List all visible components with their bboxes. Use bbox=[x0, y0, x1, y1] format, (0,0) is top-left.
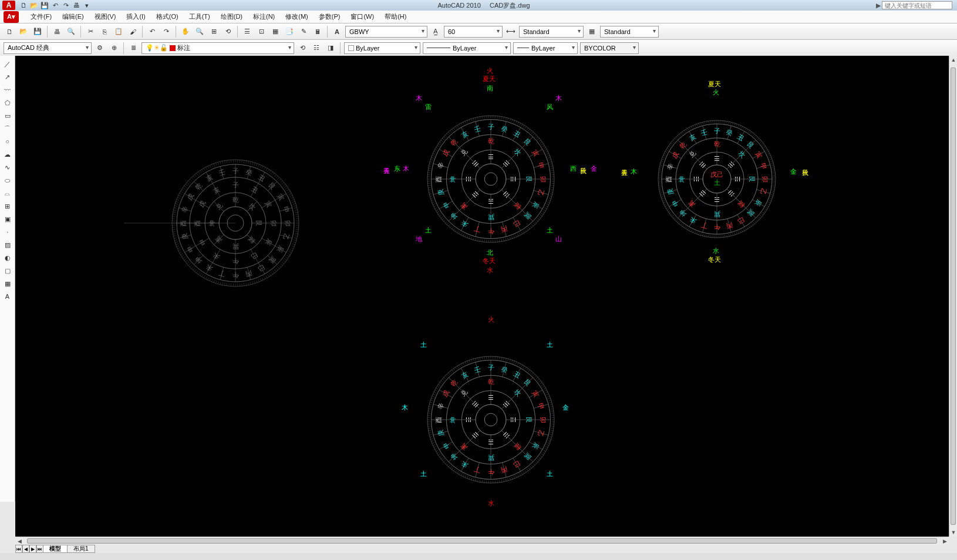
workspace-combo[interactable]: AutoCAD 经典 bbox=[4, 42, 92, 54]
workspace-settings-button[interactable]: ⚙ bbox=[94, 42, 106, 54]
copy-button[interactable]: ⎘ bbox=[99, 26, 110, 38]
menu-file[interactable]: 文件(F) bbox=[26, 11, 56, 23]
menu-dimension[interactable]: 标注(N) bbox=[248, 11, 279, 23]
revcloud-tool[interactable]: ☁ bbox=[2, 149, 14, 160]
menu-format[interactable]: 格式(O) bbox=[151, 11, 183, 23]
layer-manager-button[interactable]: ≣ bbox=[127, 42, 139, 54]
menu-edit[interactable]: 编辑(E) bbox=[58, 11, 89, 23]
open-icon[interactable]: 📂 bbox=[29, 1, 39, 10]
tab-prev[interactable]: ◀ bbox=[22, 545, 29, 553]
tab-next[interactable]: ▶ bbox=[29, 545, 36, 553]
scroll-thumb-h[interactable] bbox=[27, 538, 937, 544]
ellipse-arc-tool[interactable]: ⌓ bbox=[2, 187, 14, 199]
tool-palette-button[interactable]: ▦ bbox=[269, 26, 281, 38]
menu-view[interactable]: 视图(V) bbox=[90, 11, 121, 23]
zoom-window-button[interactable]: ⊞ bbox=[208, 26, 220, 38]
table-style-icon[interactable]: ▦ bbox=[586, 26, 598, 38]
vertical-scrollbar[interactable]: ▲ ▼ bbox=[949, 56, 957, 537]
size-combo[interactable]: 60 bbox=[444, 26, 503, 38]
menu-help[interactable]: 帮助(H) bbox=[380, 11, 411, 23]
menu-draw[interactable]: 绘图(D) bbox=[216, 11, 247, 23]
paste-button[interactable]: 📋 bbox=[113, 26, 124, 38]
sheetset-button[interactable]: 📑 bbox=[284, 26, 295, 38]
table-tool[interactable]: ▦ bbox=[2, 278, 14, 289]
plotstyle-combo[interactable]: BYCOLOR bbox=[580, 42, 639, 54]
arc-tool[interactable]: ⌒ bbox=[2, 123, 14, 134]
design-center-button[interactable]: ⊡ bbox=[255, 26, 267, 38]
layer-prev-button[interactable]: ⟲ bbox=[296, 42, 308, 54]
insert-block-tool[interactable]: ⊞ bbox=[2, 200, 14, 212]
tablestyle-combo[interactable]: Standard bbox=[600, 26, 659, 38]
text-color-icon[interactable]: A̲ bbox=[430, 26, 442, 38]
ellipse-tool[interactable]: ⬭ bbox=[2, 174, 14, 186]
menu-parametric[interactable]: 参数(P) bbox=[314, 11, 345, 23]
make-block-tool[interactable]: ▣ bbox=[2, 213, 14, 225]
search-input[interactable] bbox=[882, 1, 952, 9]
scroll-up-arrow[interactable]: ▲ bbox=[949, 56, 957, 64]
zoom-prev-button[interactable]: ⟲ bbox=[222, 26, 234, 38]
dimstyle-combo[interactable]: Standard bbox=[519, 26, 584, 38]
tab-model[interactable]: 模型 bbox=[43, 545, 68, 553]
hatch-tool[interactable]: ▨ bbox=[2, 239, 14, 251]
redo-icon[interactable]: ↷ bbox=[61, 1, 70, 10]
app-logo[interactable]: A bbox=[2, 1, 15, 10]
linetype-combo[interactable]: ByLayer bbox=[423, 42, 511, 54]
preview-button[interactable]: 🔍 bbox=[65, 26, 77, 38]
svg-line-164 bbox=[198, 172, 200, 174]
menu-insert[interactable]: 插入(I) bbox=[122, 11, 150, 23]
open-button[interactable]: 📂 bbox=[18, 26, 29, 38]
layer-iso-button[interactable]: ◨ bbox=[325, 42, 336, 54]
tab-first[interactable]: ⏮ bbox=[15, 545, 22, 553]
region-tool[interactable]: ▢ bbox=[2, 265, 14, 276]
drawing-canvas[interactable]: 子癸丑艮寅甲卯乙辰巽巳丙午丁未坤申庚酉辛戌乾亥壬子丑寅卯辰巳午未申酉戌亥乾坎艮震… bbox=[15, 56, 949, 537]
tab-last[interactable]: ⏭ bbox=[36, 545, 43, 553]
color-combo[interactable]: ByLayer bbox=[344, 42, 420, 54]
new-icon[interactable]: 🗋 bbox=[19, 1, 28, 10]
text-tool[interactable]: A bbox=[2, 291, 14, 302]
scroll-down-arrow[interactable]: ▼ bbox=[949, 528, 957, 537]
print-icon[interactable]: 🖶 bbox=[72, 1, 81, 10]
application-menu-button[interactable]: A▾ bbox=[4, 11, 19, 23]
tab-layout1[interactable]: 布局1 bbox=[68, 545, 95, 553]
qat-dropdown-icon[interactable]: ▾ bbox=[82, 1, 92, 10]
scroll-left-arrow[interactable]: ◀ bbox=[15, 537, 23, 545]
calc-button[interactable]: 🖩 bbox=[312, 26, 324, 38]
scroll-right-arrow[interactable]: ▶ bbox=[941, 537, 949, 545]
scroll-thumb-v[interactable] bbox=[951, 68, 956, 525]
circle-tool[interactable]: ○ bbox=[2, 136, 14, 147]
pan-button[interactable]: ✋ bbox=[180, 26, 191, 38]
polygon-tool[interactable]: ⬠ bbox=[2, 97, 14, 109]
gradient-tool[interactable]: ◐ bbox=[2, 252, 14, 264]
spline-tool[interactable]: ∿ bbox=[2, 161, 14, 173]
zoom-button[interactable]: 🔍 bbox=[194, 26, 205, 38]
line-tool[interactable]: ／ bbox=[2, 58, 14, 70]
match-button[interactable]: 🖌 bbox=[127, 26, 139, 38]
save-icon[interactable]: 💾 bbox=[40, 1, 49, 10]
text-style-icon[interactable]: A bbox=[331, 26, 343, 38]
workspace-save-button[interactable]: ⊕ bbox=[108, 42, 120, 54]
menu-window[interactable]: 窗口(W) bbox=[346, 11, 379, 23]
layer-combo[interactable]: 💡 ☀ 🔓 标注 bbox=[141, 42, 294, 54]
lineweight-combo[interactable]: ByLayer bbox=[513, 42, 578, 54]
dim-style-icon[interactable]: ⟷ bbox=[505, 26, 517, 38]
print-button[interactable]: 🖶 bbox=[51, 26, 63, 38]
polyline-tool[interactable]: 〰 bbox=[2, 84, 14, 96]
markup-button[interactable]: ✎ bbox=[298, 26, 309, 38]
undo-button[interactable]: ↶ bbox=[146, 26, 158, 38]
cut-button[interactable]: ✂ bbox=[85, 26, 96, 38]
redo-button[interactable]: ↷ bbox=[160, 26, 172, 38]
menu-tools[interactable]: 工具(T) bbox=[184, 11, 215, 23]
font-combo[interactable]: GBWY bbox=[345, 26, 427, 38]
horizontal-scrollbar[interactable]: ◀ ▶ bbox=[15, 537, 949, 545]
search-arrow-icon[interactable]: ▶ bbox=[876, 2, 881, 9]
layer-state-button[interactable]: ☷ bbox=[311, 42, 322, 54]
svg-line-681 bbox=[659, 189, 662, 190]
point-tool[interactable]: · bbox=[2, 226, 14, 238]
new-button[interactable]: 🗋 bbox=[4, 26, 15, 38]
properties-button[interactable]: ☰ bbox=[241, 26, 253, 38]
undo-icon[interactable]: ↶ bbox=[50, 1, 60, 10]
rectangle-tool[interactable]: ▭ bbox=[2, 110, 14, 122]
xline-tool[interactable]: ↗ bbox=[2, 71, 14, 83]
menu-modify[interactable]: 修改(M) bbox=[281, 11, 313, 23]
save-button[interactable]: 💾 bbox=[32, 26, 43, 38]
